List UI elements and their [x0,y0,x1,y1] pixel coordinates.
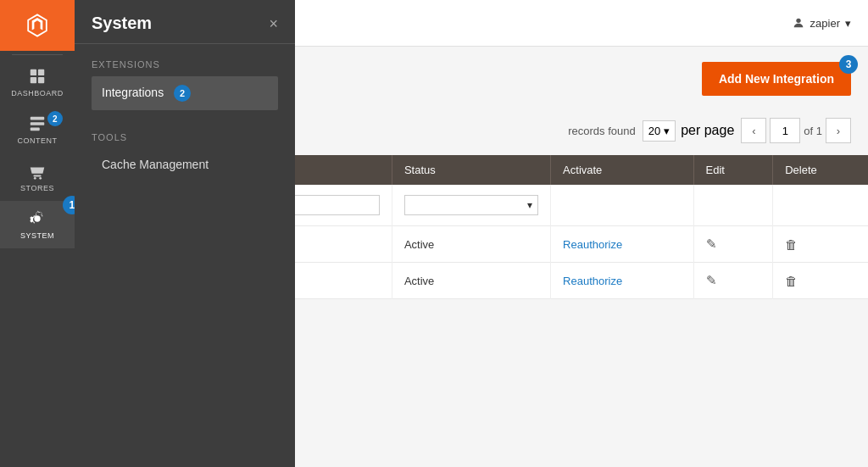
svg-point-11 [796,19,800,23]
sidebar-divider-1 [12,54,63,55]
filter-activate-cell [551,185,693,226]
user-dropdown-icon: ▾ [845,17,851,30]
extensions-section: Extensions Integrations 2 [75,44,295,117]
filter-status-dropdown[interactable]: ▾ [404,195,538,215]
svg-rect-2 [31,77,36,83]
magento-logo-icon [22,10,53,41]
row1-delete-icon[interactable]: 🗑 [785,237,798,252]
row2-activate: Reauthorize [551,263,693,299]
col-header-status: Status [392,155,550,185]
row2-status: Active [392,263,550,299]
svg-point-9 [39,177,42,180]
sidebar-item-system[interactable]: 1 SYSTEM [0,201,75,248]
col-header-delete: Delete [773,155,868,185]
svg-rect-3 [38,77,44,83]
row2-delete-icon[interactable]: 🗑 [785,274,798,288]
system-icon [28,209,47,228]
per-page-dropdown[interactable]: 20 ▾ [643,120,676,142]
col-header-activate: Activate [551,155,693,185]
sidebar-item-stores[interactable]: STORES [0,153,75,201]
pagination-page-input[interactable] [770,118,800,143]
user-name: zapier [810,17,840,30]
svg-point-8 [34,177,36,180]
system-panel-title: System [92,14,152,33]
filter-delete-cell [773,185,868,226]
svg-rect-6 [31,128,40,131]
add-button-step-badge: 3 [839,55,858,74]
cache-management-label: Cache Management [102,158,209,171]
sidebar-item-dashboard-label: DASHBOARD [11,89,64,97]
sidebar-item-content[interactable]: 2 CONTENT [0,106,75,153]
svg-rect-0 [31,69,36,75]
system-panel-close-button[interactable]: × [269,16,278,31]
row2-delete: 🗑 [773,263,868,299]
sidebar-item-stores-label: STORES [20,184,54,192]
row1-status-value: Active [404,238,434,251]
row2-edit: ✎ [693,263,773,299]
row2-status-value: Active [404,275,434,287]
cache-management-menu-item[interactable]: Cache Management [92,149,278,180]
records-found-text: records found [568,125,636,137]
row1-delete: 🗑 [773,226,868,263]
per-page-value: 20 [648,125,660,137]
filter-status-cell: ▾ [392,185,550,226]
filter-edit-cell [693,185,773,226]
row1-reauthorize-link[interactable]: Reauthorize [563,238,622,251]
row2-reauthorize-link[interactable]: Reauthorize [563,275,622,287]
add-button-label: Add New Integration [719,72,834,86]
row1-edit-icon[interactable]: ✎ [706,236,717,251]
integrations-badge: 2 [174,85,191,102]
system-panel: System × Extensions Integrations 2 Tools… [75,0,295,467]
system-panel-header: System × [75,0,295,44]
svg-rect-4 [31,117,45,120]
svg-point-10 [34,215,40,221]
svg-rect-7 [33,175,41,177]
sidebar-item-system-label: SYSTEM [20,231,54,240]
sidebar: DASHBOARD 2 CONTENT STORES 1 SYSTEM [0,0,75,467]
sidebar-item-content-label: CONTENT [18,136,58,145]
tools-section-title: Tools [92,132,278,142]
per-page-dropdown-icon: ▾ [664,125,670,137]
user-menu[interactable]: zapier ▾ [792,16,851,30]
dashboard-icon [28,67,47,86]
per-page-label: per page [681,123,734,138]
row1-status: Active [392,226,550,263]
pagination-prev-button[interactable]: ‹ [741,118,766,143]
pagination-next-button[interactable]: › [826,118,851,143]
tools-section: Tools Cache Management [75,117,295,186]
user-icon [792,16,805,30]
stores-icon [28,162,47,181]
sidebar-item-dashboard[interactable]: DASHBOARD [0,58,75,106]
content-badge: 2 [47,111,63,126]
svg-rect-1 [38,69,44,75]
row1-edit: ✎ [693,226,773,263]
integrations-label: Integrations [102,86,164,99]
integrations-menu-item[interactable]: Integrations 2 [92,76,278,110]
per-page-selector: 20 ▾ per page [643,120,735,142]
pagination-total: of 1 [804,125,822,137]
content-icon [28,114,47,133]
logo [0,0,75,51]
extensions-section-title: Extensions [92,59,278,69]
col-header-edit: Edit [693,155,773,185]
pagination: ‹ of 1 › [741,118,851,143]
svg-rect-5 [31,122,45,125]
filter-status-icon: ▾ [527,199,532,211]
row2-edit-icon[interactable]: ✎ [706,273,717,287]
add-new-integration-button[interactable]: 3 Add New Integration [702,62,851,96]
row1-activate: Reauthorize [551,226,693,263]
